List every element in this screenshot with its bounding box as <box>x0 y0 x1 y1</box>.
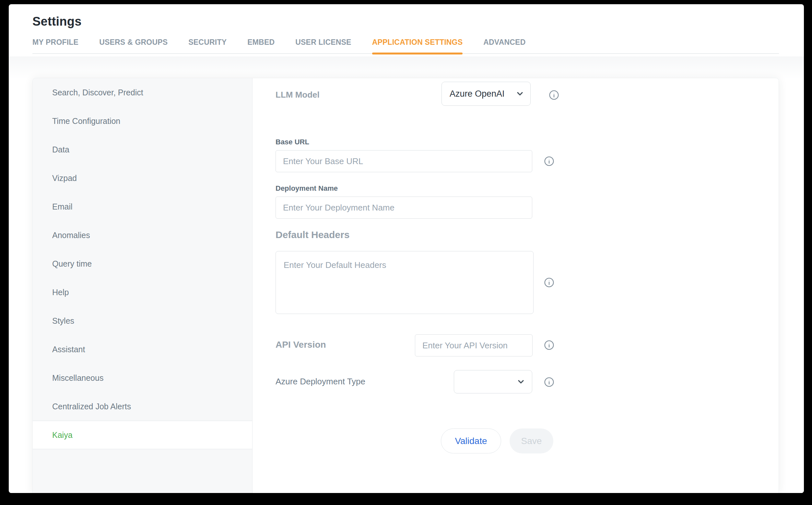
tab-advanced[interactable]: ADVANCED <box>483 38 525 47</box>
validate-button[interactable]: Validate <box>441 429 501 454</box>
sidebar-item-centralized-job-alerts[interactable]: Centralized Job Alerts <box>33 392 252 421</box>
azure-deployment-type-select[interactable] <box>454 370 532 393</box>
sidebar-item-data[interactable]: Data <box>33 135 252 164</box>
azure-deployment-type-label: Azure Deployment Type <box>276 376 365 387</box>
save-button[interactable]: Save <box>510 429 553 454</box>
deployment-name-input[interactable] <box>276 196 532 219</box>
settings-tab-bar: MY PROFILE USERS & GROUPS SECURITY EMBED… <box>32 38 779 54</box>
tab-my-profile[interactable]: MY PROFILE <box>32 38 78 47</box>
sidebar-item-time-configuration[interactable]: Time Configuration <box>33 107 252 135</box>
sidebar-item-email[interactable]: Email <box>33 192 252 221</box>
info-icon[interactable] <box>544 377 554 387</box>
info-icon[interactable] <box>549 90 559 100</box>
info-icon[interactable] <box>544 277 554 288</box>
tab-application-settings[interactable]: APPLICATION SETTINGS <box>372 38 463 47</box>
llm-model-select[interactable]: Azure OpenAI <box>442 82 531 106</box>
application-settings-card: Search, Discover, Predict Time Configura… <box>32 78 779 493</box>
api-version-label: API Version <box>276 340 326 350</box>
base-url-label: Base URL <box>276 138 309 146</box>
settings-window: Settings MY PROFILE USERS & GROUPS SECUR… <box>9 4 804 493</box>
sidebar-item-help[interactable]: Help <box>33 278 252 307</box>
default-headers-textarea[interactable] <box>276 251 534 314</box>
tab-security[interactable]: SECURITY <box>188 38 227 47</box>
default-headers-label: Default Headers <box>276 229 349 240</box>
llm-model-label: LLM Model <box>276 90 320 100</box>
sidebar-item-query-time[interactable]: Query time <box>33 249 252 278</box>
sidebar-item-vizpad[interactable]: Vizpad <box>33 164 252 192</box>
info-icon[interactable] <box>544 340 554 350</box>
settings-sidebar: Search, Discover, Predict Time Configura… <box>33 78 253 493</box>
sidebar-item-miscellaneous[interactable]: Miscellaneous <box>33 364 252 392</box>
chevron-down-icon <box>516 377 525 386</box>
content-area: Search, Discover, Predict Time Configura… <box>9 56 804 493</box>
llm-model-selected-value: Azure OpenAI <box>450 89 505 99</box>
sidebar-item-kaiya[interactable]: Kaiya <box>33 421 252 449</box>
api-version-input[interactable] <box>415 334 533 356</box>
sidebar-item-assistant[interactable]: Assistant <box>33 335 252 364</box>
info-icon[interactable] <box>544 156 554 166</box>
tab-embed[interactable]: EMBED <box>247 38 275 47</box>
sidebar-item-anomalies[interactable]: Anomalies <box>33 221 252 249</box>
tab-user-license[interactable]: USER LICENSE <box>295 38 351 47</box>
base-url-input[interactable] <box>276 150 532 172</box>
kaiya-settings-form: LLM Model Azure OpenAI Base URL Deployme… <box>253 78 779 493</box>
sidebar-item-search-discover-predict[interactable]: Search, Discover, Predict <box>33 78 252 107</box>
tab-users-groups[interactable]: USERS & GROUPS <box>99 38 168 47</box>
chevron-down-icon <box>515 89 524 98</box>
sidebar-item-styles[interactable]: Styles <box>33 307 252 335</box>
page-title: Settings <box>32 15 82 28</box>
deployment-name-label: Deployment Name <box>276 184 338 193</box>
